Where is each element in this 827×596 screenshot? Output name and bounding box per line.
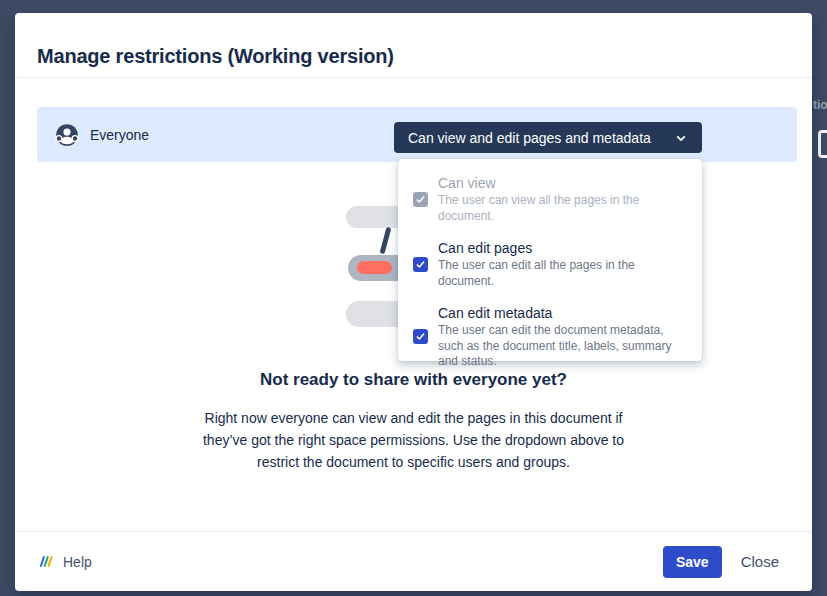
empty-state-heading: Not ready to share with everyone yet? [15, 370, 812, 390]
menu-item-label: Can view [438, 174, 683, 193]
empty-state-body: Right now everyone can view and edit the… [189, 407, 639, 473]
dialog-footer: Help Save Close [15, 531, 812, 591]
help-link[interactable]: Help [37, 553, 92, 570]
save-button[interactable]: Save [663, 546, 722, 578]
menu-item-can-view: Can view The user can view all the pages… [413, 174, 686, 224]
illustration-pencil-icon [380, 227, 392, 254]
menu-item-description: The user can edit the document metadata,… [438, 323, 683, 370]
chevron-down-icon [674, 131, 688, 145]
principal-name: Everyone [90, 127, 149, 143]
illustration-red-toggle [357, 261, 392, 274]
menu-item-can-edit-pages[interactable]: Can edit pages The user can edit all the… [413, 239, 686, 289]
page-background: { "window": { "background_fragment_text"… [0, 0, 827, 596]
can-edit-metadata-checkbox[interactable] [413, 329, 428, 344]
menu-item-description: The user can view all the pages in the d… [438, 193, 683, 224]
permission-dropdown-value: Can view and edit pages and metadata [408, 130, 651, 146]
close-button[interactable]: Close [741, 553, 779, 570]
people-group-icon [54, 122, 80, 148]
help-label: Help [63, 554, 92, 570]
menu-item-label: Can edit pages [438, 239, 683, 258]
can-edit-pages-checkbox[interactable] [413, 257, 428, 272]
menu-item-description: The user can edit all the pages in the d… [438, 258, 683, 289]
dialog-title: Manage restrictions (Working version) [37, 45, 394, 68]
help-slashes-icon [37, 553, 54, 570]
manage-restrictions-dialog: Manage restrictions (Working version) Ev… [15, 13, 812, 591]
header-divider [15, 77, 812, 78]
menu-item-label: Can edit metadata [438, 304, 683, 323]
can-view-checkbox [413, 192, 428, 207]
background-clipped-document-icon [818, 130, 827, 158]
background-clipped-text: tio [813, 98, 827, 112]
permission-dropdown-button[interactable]: Can view and edit pages and metadata [394, 122, 702, 153]
permission-dropdown-menu: Can view The user can view all the pages… [398, 159, 702, 361]
menu-item-can-edit-metadata[interactable]: Can edit metadata The user can edit the … [413, 304, 686, 370]
